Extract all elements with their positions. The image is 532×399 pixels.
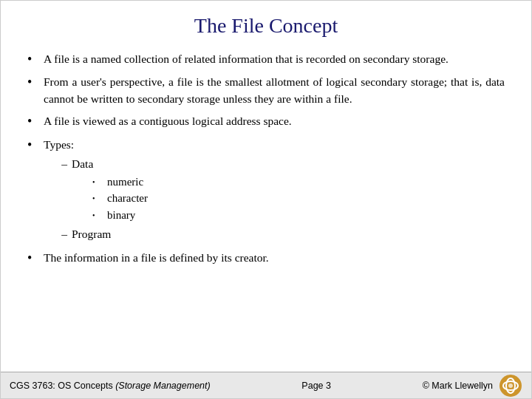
- dash: –: [51, 156, 67, 172]
- bullet-dot: •: [27, 51, 41, 68]
- bullet-text: A file is viewed as a contiguous logical…: [44, 113, 505, 129]
- bullet-text: The information in a file is defined by …: [44, 250, 505, 266]
- dash: –: [51, 226, 67, 242]
- sub-list: – Data • numeric •: [51, 156, 505, 242]
- slide-footer: CGS 3763: OS Concepts (Storage Managemen…: [1, 372, 531, 398]
- slide-title: The File Concept: [27, 14, 505, 38]
- logo-icon: [499, 374, 522, 398]
- bullet-list: • A file is a named collection of relate…: [27, 51, 505, 273]
- footer-topic: (Storage Management): [115, 381, 211, 391]
- bullet-dot: •: [27, 113, 41, 130]
- bullet-dot-small: •: [92, 211, 104, 222]
- sub-list-label: Data • numeric • character: [72, 156, 148, 225]
- slide-content: The File Concept • A file is a named col…: [1, 1, 531, 372]
- slide-container: The File Concept • A file is a named col…: [0, 0, 532, 399]
- sub-list-item: – Program: [51, 226, 505, 242]
- list-item: • A file is a named collection of relate…: [27, 51, 505, 68]
- bullet-text: Types: – Data • numeric: [44, 137, 505, 245]
- list-item: • A file is viewed as a contiguous logic…: [27, 113, 505, 130]
- bullet-dot-small: •: [92, 194, 104, 205]
- bullet-dot: •: [27, 137, 41, 154]
- sub-sub-item: • binary: [92, 208, 148, 224]
- sub-list-item: – Data • numeric •: [51, 156, 505, 225]
- list-item: • From a user's perspective, a file is t…: [27, 74, 505, 107]
- svg-point-3: [508, 383, 513, 388]
- footer-copyright: © Mark Llewellyn: [423, 381, 493, 391]
- bullet-text: From a user's perspective, a file is the…: [44, 74, 505, 107]
- footer-left: CGS 3763: OS Concepts (Storage Managemen…: [10, 381, 211, 391]
- bullet-dot-small: •: [92, 177, 104, 188]
- footer-right: © Mark Llewellyn: [423, 374, 522, 398]
- bullet-dot: •: [27, 250, 41, 267]
- sub-list-label: Program: [72, 226, 111, 242]
- sub-sub-item: • numeric: [92, 174, 148, 191]
- sub-sub-item: • character: [92, 191, 148, 207]
- list-item-types: • Types: – Data • numeric: [27, 137, 505, 245]
- footer-course: CGS 3763: OS Concepts: [10, 381, 113, 391]
- list-item: • The information in a file is defined b…: [27, 250, 505, 267]
- bullet-text: A file is a named collection of related …: [44, 51, 505, 67]
- bullet-dot: •: [27, 74, 41, 91]
- sub-sub-list: • numeric • character •: [92, 174, 148, 224]
- footer-page: Page 3: [301, 381, 331, 391]
